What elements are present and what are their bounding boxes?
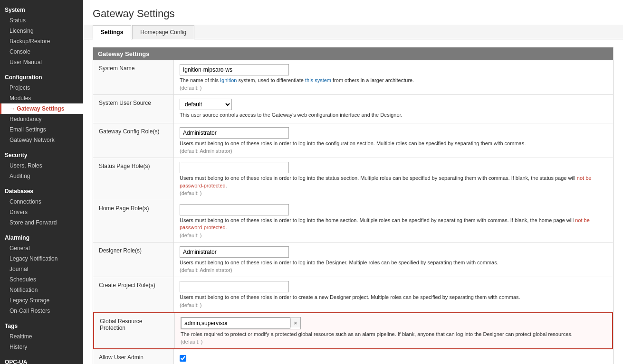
field-default-0: (default: ) xyxy=(180,85,607,91)
field-content-2: Users must belong to one of these roles … xyxy=(174,123,613,158)
field-desc-7: The roles required to protect or modify … xyxy=(181,331,606,338)
settings-row-3: Status Page Role(s)Users must belong to … xyxy=(93,158,613,200)
settings-row-2: Gateway Config Role(s)Users must belong … xyxy=(93,123,613,158)
sidebar-section-system: System xyxy=(0,3,83,15)
main-content: Gateway Settings SettingsHomepage Config… xyxy=(83,0,623,364)
field-input-6[interactable] xyxy=(180,281,289,292)
field-content-5: Users must belong to one of these roles … xyxy=(174,243,613,277)
sidebar-item-history[interactable]: History xyxy=(0,342,83,352)
sidebar-item-journal[interactable]: Journal xyxy=(0,264,83,274)
field-label-5: Designer Role(s) xyxy=(93,243,174,277)
field-content-3: Users must belong to one of these roles … xyxy=(174,158,613,200)
sidebar-section-opc-ua: OPC-UA xyxy=(0,355,83,364)
sidebar-item-email-settings[interactable]: Email Settings xyxy=(0,124,83,135)
sidebar-item-redundancy[interactable]: Redundancy xyxy=(0,114,83,124)
sidebar-item-gateway-network[interactable]: Gateway Network xyxy=(0,135,83,145)
sidebar-section-configuration: Configuration xyxy=(0,70,83,83)
field-label-3: Status Page Role(s) xyxy=(93,158,174,200)
field-label-4: Home Page Role(s) xyxy=(93,200,174,242)
field-label-8: Allow User Admin xyxy=(93,349,174,364)
settings-row-5: Designer Role(s)Users must belong to one… xyxy=(93,243,613,277)
field-input-3[interactable] xyxy=(180,162,289,173)
sidebar-item-connections[interactable]: Connections xyxy=(0,196,83,207)
settings-row-0: System NameThe name of this Ignition sys… xyxy=(93,60,613,95)
sidebar-item-licensing[interactable]: Licensing xyxy=(0,26,83,36)
sidebar-section-databases: Databases xyxy=(0,184,83,196)
field-desc-3: Users must belong to one of these roles … xyxy=(180,175,607,189)
settings-row-6: Create Project Role(s)Users must belong … xyxy=(93,277,613,312)
field-desc-6: Users must belong to one of these roles … xyxy=(180,294,607,301)
sidebar-item-schedules[interactable]: Schedules xyxy=(0,274,83,285)
content-area: Gateway Settings System NameThe name of … xyxy=(83,39,623,364)
field-content-1: defaultThis user source controls access … xyxy=(174,95,613,122)
field-label-7: Global Resource Protection xyxy=(94,313,175,348)
field-checkbox-8[interactable] xyxy=(180,355,186,362)
sidebar-item-legacy-notification[interactable]: Legacy Notification xyxy=(0,253,83,264)
settings-row-1: System User SourcedefaultThis user sourc… xyxy=(93,95,613,123)
field-input-7[interactable] xyxy=(181,317,290,329)
sidebar-item--gateway-settings[interactable]: → Gateway Settings xyxy=(0,103,83,114)
field-select-1[interactable]: default xyxy=(180,99,232,110)
field-default-2: (default: Administrator) xyxy=(180,148,607,154)
settings-row-4: Home Page Role(s)Users must belong to on… xyxy=(93,200,613,243)
settings-row-7: Global Resource Protection×The roles req… xyxy=(93,312,613,349)
field-desc-4: Users must belong to one of these roles … xyxy=(180,217,607,232)
field-default-5: (default: Administrator) xyxy=(180,267,607,273)
field-input-wrapper-7: × xyxy=(181,317,301,329)
field-label-2: Gateway Config Role(s) xyxy=(93,123,174,158)
sidebar-item-status[interactable]: Status xyxy=(0,15,83,26)
field-default-7: (default: ) xyxy=(181,339,606,345)
sidebar: SystemStatusLicensingBackup/RestoreConso… xyxy=(0,0,83,364)
field-content-7: ×The roles required to protect or modify… xyxy=(175,313,612,348)
sidebar-item-drivers[interactable]: Drivers xyxy=(0,207,83,217)
settings-section-header: Gateway Settings xyxy=(93,47,613,60)
tabs-bar: SettingsHomepage Config xyxy=(83,25,623,39)
field-default-3: (default: ) xyxy=(180,190,607,196)
field-desc-0: The name of this Ignition system, used t… xyxy=(180,77,607,84)
settings-rows: System NameThe name of this Ignition sys… xyxy=(93,60,613,364)
sidebar-section-tags: Tags xyxy=(0,319,83,331)
sidebar-item-notification[interactable]: Notification xyxy=(0,285,83,295)
tab-settings[interactable]: Settings xyxy=(93,25,131,39)
sidebar-item-console[interactable]: Console xyxy=(0,47,83,57)
sidebar-item-projects[interactable]: Projects xyxy=(0,83,83,93)
field-content-6: Users must belong to one of these roles … xyxy=(174,277,613,311)
field-default-4: (default: ) xyxy=(180,233,607,238)
sidebar-item-general[interactable]: General xyxy=(0,243,83,253)
sidebar-item-legacy-storage[interactable]: Legacy Storage xyxy=(0,295,83,306)
sidebar-item-realtime[interactable]: Realtime xyxy=(0,331,83,342)
sidebar-item-user-manual[interactable]: User Manual xyxy=(0,57,83,67)
field-clear-btn-7[interactable]: × xyxy=(290,318,300,327)
field-content-8: Allows the administration of the gateway… xyxy=(174,349,613,364)
sidebar-item-backup/restore[interactable]: Backup/Restore xyxy=(0,36,83,47)
sidebar-section-alarming: Alarming xyxy=(0,231,83,243)
field-input-0[interactable] xyxy=(180,64,289,75)
sidebar-item-modules[interactable]: Modules xyxy=(0,93,83,103)
field-label-6: Create Project Role(s) xyxy=(93,277,174,311)
field-label-0: System Name xyxy=(93,60,174,94)
field-input-5[interactable] xyxy=(180,246,289,258)
page-title: Gateway Settings xyxy=(83,0,623,25)
sidebar-section-security: Security xyxy=(0,148,83,160)
field-input-2[interactable] xyxy=(180,127,289,139)
field-desc-2: Users must belong to one of these roles … xyxy=(180,140,607,147)
sidebar-item-auditing[interactable]: Auditing xyxy=(0,171,83,181)
sidebar-item-users-roles[interactable]: Users, Roles xyxy=(0,160,83,171)
field-content-0: The name of this Ignition system, used t… xyxy=(174,60,613,94)
field-input-4[interactable] xyxy=(180,204,289,215)
field-desc-1: This user source controls access to the … xyxy=(180,112,607,119)
settings-row-8: Allow User AdminAllows the administratio… xyxy=(93,349,613,364)
field-label-1: System User Source xyxy=(93,95,174,122)
field-default-6: (default: ) xyxy=(180,302,607,308)
tab-homepage-config[interactable]: Homepage Config xyxy=(132,25,194,39)
field-desc-5: Users must belong to one of these roles … xyxy=(180,259,607,266)
sidebar-item-on-call-rosters[interactable]: On-Call Rosters xyxy=(0,306,83,316)
sidebar-item-store-and-forward[interactable]: Store and Forward xyxy=(0,217,83,228)
field-content-4: Users must belong to one of these roles … xyxy=(174,200,613,242)
